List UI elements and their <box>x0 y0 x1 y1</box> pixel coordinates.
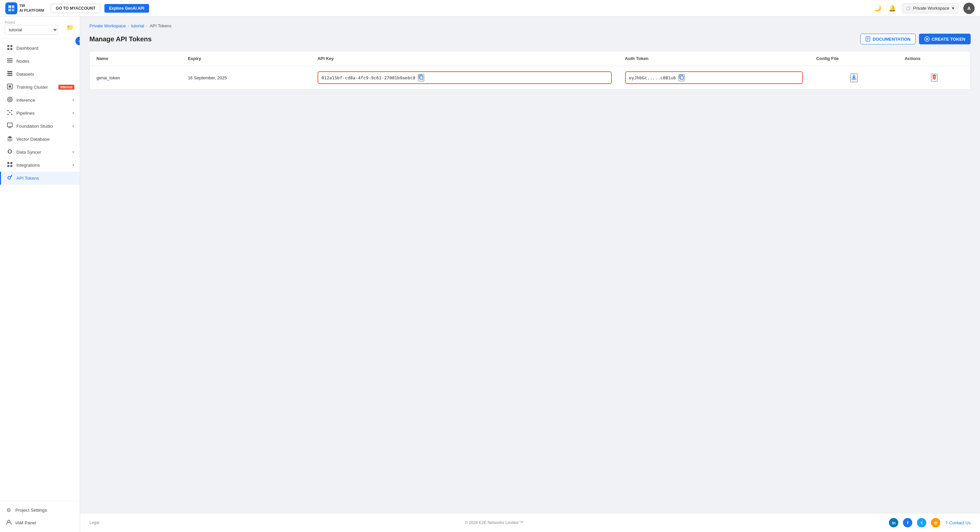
breadcrumb: Private Workspace › tutorial › API Token… <box>89 23 970 29</box>
footer-right: in f t ◎ ? Contact Us <box>889 518 970 527</box>
dark-mode-toggle[interactable]: 🌙 <box>873 3 883 13</box>
svg-rect-3 <box>12 9 14 11</box>
api-key-box: 012a15bf-cd8a-4fc9-9c61-27001b9aebc8 <box>318 71 612 84</box>
project-label: Project <box>5 21 62 24</box>
col-api-key: API Key <box>311 51 619 66</box>
explore-genai-button[interactable]: Explore GenAI API <box>104 4 149 13</box>
svg-rect-38 <box>420 76 423 79</box>
facebook-icon[interactable]: f <box>903 518 912 527</box>
logo-text-line2: AI PLATFORM <box>19 8 44 13</box>
svg-rect-1 <box>12 5 14 8</box>
sidebar-item-label-iam-panel: IAM Panel <box>15 520 36 525</box>
sidebar-item-project-settings[interactable]: ⚙ Project Settings <box>0 504 80 516</box>
sidebar-item-dashboard[interactable]: Dashboard <box>0 42 80 55</box>
sidebar-item-vector-database[interactable]: Vector Database <box>0 133 80 146</box>
svg-rect-0 <box>8 5 11 8</box>
svg-point-22 <box>9 112 10 113</box>
sidebar-item-label-inference: Inference <box>16 98 69 103</box>
create-token-button[interactable]: CREATE TOKEN <box>919 34 970 44</box>
notifications-button[interactable]: 🔔 <box>887 3 897 13</box>
contact-icon: ? <box>945 520 947 525</box>
documentation-button[interactable]: DOCUMENTATION <box>860 34 916 44</box>
footer-left: Legal <box>89 520 99 525</box>
integrations-icon <box>6 162 13 169</box>
sidebar-item-label-dashboard: Dashboard <box>16 46 75 51</box>
workspace-icon: ⬡ <box>906 6 910 11</box>
sidebar-item-nodes[interactable]: Nodes <box>0 55 80 68</box>
workspace-label: Private Workspace <box>913 6 949 11</box>
copy-api-key-button[interactable] <box>418 74 424 81</box>
table-row: genai_token 16 September, 2025 012a15bf-… <box>90 66 970 90</box>
delete-token-button[interactable] <box>931 74 938 82</box>
sidebar-item-pipelines[interactable]: Pipelines ▾ <box>0 107 80 120</box>
iam-panel-icon <box>5 519 12 526</box>
svg-rect-5 <box>10 45 12 47</box>
sidebar-item-label-project-settings: Project Settings <box>15 508 47 513</box>
sidebar-item-training-cluster[interactable]: Training Cluster Internal <box>0 81 80 94</box>
page-area: Private Workspace › tutorial › API Token… <box>80 17 980 513</box>
footer: Legal © 2024 E2E Networks Limited ™ in f… <box>80 513 980 532</box>
svg-rect-11 <box>7 71 12 72</box>
contact-us-label: Contact Us <box>949 520 970 525</box>
copy-auth-token-button[interactable] <box>678 74 685 81</box>
svg-rect-27 <box>7 165 10 167</box>
go-to-myaccount-button[interactable]: GO TO MYACCOUNT <box>51 4 100 13</box>
svg-point-20 <box>7 114 9 115</box>
dashboard-icon <box>6 44 13 52</box>
sidebar-item-label-data-syncer: Data Syncer <box>16 150 69 155</box>
svg-point-21 <box>11 114 12 115</box>
inference-chevron-icon: ▾ <box>72 98 75 102</box>
contact-us-link[interactable]: ? Contact Us <box>945 520 970 525</box>
svg-rect-23 <box>7 123 12 127</box>
breadcrumb-sep1: › <box>128 23 129 29</box>
col-name: Name <box>90 51 181 66</box>
sidebar-item-iam-panel[interactable]: IAM Panel <box>0 516 80 529</box>
col-config-file: Config File <box>810 51 898 66</box>
svg-rect-13 <box>7 75 12 76</box>
breadcrumb-sep2: › <box>146 23 148 29</box>
sidebar-folder-button[interactable]: 📁 <box>65 23 75 33</box>
svg-rect-9 <box>7 60 13 61</box>
sidebar-item-label-api-tokens: API Tokens <box>16 176 75 181</box>
page-header: Manage API Tokens DOCUMENTATION CREATE T… <box>89 34 970 44</box>
sidebar-project-section: Project tutorial 📁 <box>0 17 80 39</box>
linkedin-icon[interactable]: in <box>889 518 898 527</box>
footer-legal-link[interactable]: Legal <box>89 520 99 525</box>
pipelines-icon <box>6 110 13 117</box>
api-tokens-table-container: Name Expiry API Key Auth Token Config Fi… <box>89 51 970 90</box>
svg-rect-39 <box>681 76 684 79</box>
download-config-button[interactable] <box>850 73 858 83</box>
svg-rect-25 <box>7 162 10 164</box>
project-settings-icon: ⚙ <box>5 507 12 513</box>
sidebar-item-data-syncer[interactable]: Data Syncer ▾ <box>0 146 80 159</box>
svg-rect-8 <box>7 58 13 59</box>
project-select[interactable]: tutorial <box>5 25 58 35</box>
svg-rect-15 <box>9 85 11 88</box>
breadcrumb-tutorial[interactable]: tutorial <box>131 23 144 29</box>
sidebar-item-datasets[interactable]: Datasets <box>0 68 80 81</box>
token-config-file-cell <box>810 66 898 90</box>
main-content: Private Workspace › tutorial › API Token… <box>80 17 980 532</box>
table-header-row: Name Expiry API Key Auth Token Config Fi… <box>90 51 970 66</box>
col-auth-token: Auth Token <box>619 51 810 66</box>
sidebar-item-foundation-studio[interactable]: Foundation Studio ▾ <box>0 120 80 133</box>
user-avatar[interactable]: A <box>963 3 975 14</box>
svg-rect-10 <box>7 62 13 63</box>
token-actions-cell <box>898 66 970 90</box>
twitter-icon[interactable]: t <box>917 518 926 527</box>
sidebar-item-api-tokens[interactable]: API Tokens <box>0 172 80 185</box>
data-syncer-icon <box>6 149 13 156</box>
foundation-studio-chevron-icon: ▾ <box>72 124 75 128</box>
col-expiry: Expiry <box>181 51 311 66</box>
footer-copyright: © 2024 E2E Networks Limited ™ <box>465 520 524 525</box>
internal-badge: Internal <box>58 85 75 90</box>
inference-icon <box>6 97 13 104</box>
svg-point-17 <box>9 98 11 101</box>
rss-icon[interactable]: ◎ <box>931 518 940 527</box>
workspace-selector[interactable]: ⬡ Private Workspace ▾ <box>902 3 959 13</box>
breadcrumb-workspace[interactable]: Private Workspace <box>89 23 126 29</box>
api-tokens-icon <box>6 175 13 182</box>
sidebar-item-integrations[interactable]: Integrations ▾ <box>0 159 80 172</box>
sidebar-item-inference[interactable]: Inference ▾ <box>0 94 80 107</box>
svg-point-29 <box>8 177 10 179</box>
